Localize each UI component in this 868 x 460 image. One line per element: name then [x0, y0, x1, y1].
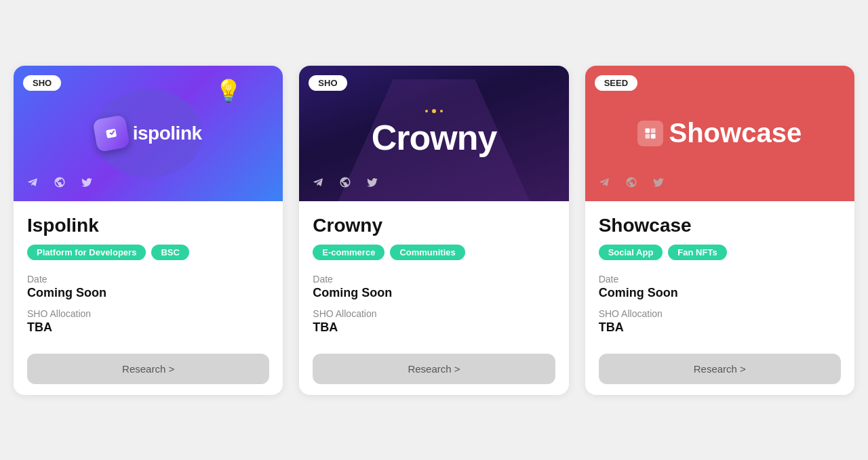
ispolink-tag-1: BSC — [151, 245, 189, 260]
showcase-allocation-value: TBA — [599, 320, 841, 335]
showcase-logo-text: Showcase — [637, 118, 802, 148]
bulb-icon: 💡 — [215, 78, 242, 104]
showcase-date-label: Date — [599, 274, 841, 285]
svg-rect-1 — [651, 128, 656, 133]
crowny-tag-0: E-commerce — [313, 245, 384, 260]
ispolink-date-value: Coming Soon — [27, 286, 269, 300]
ispolink-card-image: SHO 💡 ispolink — [14, 66, 283, 201]
crowny-tags: E-commerce Communities — [313, 245, 555, 260]
crowny-allocation-section: SHO Allocation TBA — [313, 308, 555, 335]
showcase-globe-icon[interactable] — [622, 173, 641, 192]
crowny-card-body: Crowny E-commerce Communities Date Comin… — [299, 201, 568, 395]
crowny-logo-text: Crowny — [372, 117, 497, 158]
showcase-card: SEED Showcase — [585, 66, 854, 395]
crowny-tag-1: Communities — [390, 245, 465, 260]
crowny-badge: SHO — [309, 75, 347, 91]
crowny-globe-icon[interactable] — [336, 173, 355, 192]
showcase-tag-1: Fan NFTs — [668, 245, 726, 260]
ispolink-telegram-icon[interactable] — [23, 173, 42, 192]
showcase-card-body: Showcase Social App Fan NFTs Date Coming… — [585, 201, 854, 395]
showcase-allocation-label: SHO Allocation — [599, 308, 841, 319]
ispolink-allocation-value: TBA — [27, 320, 269, 335]
ispolink-social-icons — [23, 173, 96, 192]
showcase-tags: Social App Fan NFTs — [599, 245, 841, 260]
crowny-allocation-value: TBA — [313, 320, 555, 335]
crowny-card-image: SHO Crowny — [299, 66, 568, 201]
ispolink-date-section: Date Coming Soon — [27, 274, 269, 300]
crowny-telegram-icon[interactable] — [309, 173, 328, 192]
showcase-date-section: Date Coming Soon — [599, 274, 841, 300]
ispolink-allocation-label: SHO Allocation — [27, 308, 269, 319]
crowny-date-section: Date Coming Soon — [313, 274, 555, 300]
ispolink-card: SHO 💡 ispolink — [14, 66, 283, 395]
showcase-allocation-section: SHO Allocation TBA — [599, 308, 841, 335]
ispolink-tags: Platform for Developers BSC — [27, 245, 269, 260]
ispolink-badge: SHO — [23, 75, 61, 91]
crowny-date-value: Coming Soon — [313, 286, 555, 300]
svg-rect-3 — [651, 133, 656, 138]
ispolink-logo-text: ispolink — [133, 123, 202, 144]
ispolink-globe-icon[interactable] — [50, 173, 69, 192]
crowny-research-button[interactable]: Research > — [313, 354, 555, 384]
showcase-twitter-icon[interactable] — [649, 173, 668, 192]
ispolink-twitter-icon[interactable] — [77, 173, 96, 192]
crowny-date-label: Date — [313, 274, 555, 285]
cards-container: SHO 💡 ispolink — [14, 66, 854, 395]
showcase-logo-icon — [637, 121, 663, 146]
showcase-card-image: SEED Showcase — [585, 66, 854, 201]
svg-rect-2 — [646, 133, 650, 138]
showcase-project-name: Showcase — [599, 215, 841, 236]
ispolink-project-name: Ispolink — [27, 215, 269, 236]
ispolink-card-body: Ispolink Platform for Developers BSC Dat… — [14, 201, 283, 395]
svg-rect-0 — [646, 128, 650, 133]
crowny-twitter-icon[interactable] — [363, 173, 382, 192]
crowny-social-icons — [309, 173, 382, 192]
crowny-card: SHO Crowny — [299, 66, 568, 395]
crowny-project-name: Crowny — [313, 215, 555, 236]
ispolink-research-button[interactable]: Research > — [27, 354, 269, 384]
showcase-research-button[interactable]: Research > — [599, 354, 841, 384]
ispolink-tag-0: Platform for Developers — [27, 245, 146, 260]
showcase-social-icons — [595, 173, 668, 192]
showcase-telegram-icon[interactable] — [595, 173, 614, 192]
ispolink-allocation-section: SHO Allocation TBA — [27, 308, 269, 335]
showcase-badge: SEED — [595, 75, 637, 91]
showcase-tag-0: Social App — [599, 245, 663, 260]
ispolink-logo-icon — [92, 114, 130, 152]
crowny-allocation-label: SHO Allocation — [313, 308, 555, 319]
ispolink-date-label: Date — [27, 274, 269, 285]
showcase-date-value: Coming Soon — [599, 286, 841, 300]
